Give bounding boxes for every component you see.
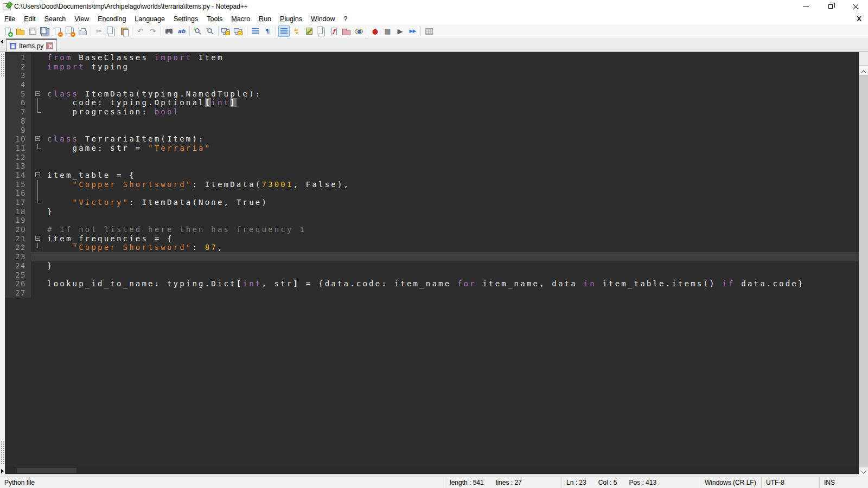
menu-item-settings[interactable]: Settings [169,14,202,24]
status-insert-mode[interactable]: INS [819,477,868,488]
code-text [45,288,859,298]
fold-margin: − [31,234,45,243]
find-icon[interactable] [163,25,175,37]
code-text: class TerrariaItem(Item): [45,134,859,144]
dock-grip-top [1,53,4,77]
monitoring-eye-icon[interactable] [353,25,365,37]
replace-icon[interactable]: ab [176,25,187,37]
fold-margin [31,198,45,207]
code-text: progression: bool [45,107,859,117]
chevron-down-icon [861,469,866,473]
status-doc-type: Python file [0,477,445,488]
code-line: 5−class ItemData(typing.NamedTuple): [5,89,859,99]
lightning-window-icon[interactable]: ↯ [291,25,302,37]
code-text: "Victory": ItemData(None, True) [45,198,859,207]
fold-collapse-icon[interactable]: − [35,136,40,141]
open-file-icon[interactable] [15,25,26,37]
code-text: # If not listed here then has frequency … [45,225,859,234]
menu-item-window[interactable]: Window [307,14,339,24]
code-line: 8 [5,117,859,126]
new-file-icon[interactable]: + [2,25,14,37]
code-line: 27 [5,288,859,298]
menu-item-language[interactable]: Language [130,14,169,24]
macro-stop-icon[interactable]: ■ [382,25,393,37]
code-text: "Copper Shortsword": 87, [45,243,859,252]
restore-button[interactable] [818,0,843,13]
dock-splitter[interactable] [0,52,5,477]
line-number: 20 [5,225,31,234]
redo-icon[interactable]: ↷ [147,25,158,37]
sync-vertical-scroll-icon[interactable] [221,25,232,37]
line-number: 26 [5,279,31,288]
document-list-icon[interactable] [316,25,327,37]
horizontal-scrollbar[interactable] [5,467,859,474]
status-length: length : 541 [450,479,484,486]
toolbar-separator [132,27,132,36]
code-line: 26lookup_id_to_name: typing.Dict[int, st… [5,279,859,288]
status-eol-format[interactable]: Windows (CR LF) [700,477,761,488]
fold-collapse-icon[interactable]: − [35,172,40,177]
code-line: 9 [5,126,859,135]
folder-as-workspace-icon[interactable] [341,25,352,37]
show-indent-guide-icon[interactable] [278,25,290,37]
scroll-down-button[interactable] [859,467,868,477]
menu-item-macro[interactable]: Macro [227,14,254,24]
fold-collapse-icon[interactable]: − [35,236,40,241]
toolbar-separator [189,27,190,36]
function-list-icon[interactable]: ƒ [328,25,340,37]
dock-arrow-right-icon[interactable] [1,469,4,473]
menu-item-search[interactable]: Search [40,14,71,24]
menu-item-edit[interactable]: Edit [20,14,40,24]
menu-item-plugins[interactable]: Plugins [276,14,307,24]
cut-icon[interactable]: ✂ [93,25,105,37]
chevron-up-icon [861,70,866,74]
code-line: 4 [5,80,859,89]
menubar-close-icon[interactable]: X [857,15,861,23]
menu-item-file[interactable]: File [0,14,20,24]
vertical-scrollbar-thumb[interactable] [859,75,868,467]
copy-icon[interactable] [106,25,117,37]
fold-margin [31,279,45,288]
macro-run-multiple-icon[interactable]: ▶▶ [407,25,418,37]
tab-close-icon[interactable] [46,42,53,49]
undo-icon[interactable]: ↶ [135,25,146,37]
paste-icon[interactable] [118,25,130,37]
save-all-icon[interactable] [40,25,51,37]
menu-item-encoding[interactable]: Encoding [93,14,130,24]
scroll-up-button[interactable] [859,66,868,75]
tab-items-py[interactable]: Items.py [6,38,57,52]
zoom-out-icon[interactable]: - [205,25,216,37]
menu-item-help[interactable]: ? [340,14,352,24]
code-text [45,126,859,135]
macro-play-icon[interactable]: ▶ [394,25,406,37]
show-all-characters-icon[interactable]: ¶ [262,25,273,37]
minimize-button[interactable] [793,0,818,13]
sync-horizontal-scroll-icon[interactable] [233,25,245,37]
close-all-icon[interactable]: - [65,25,76,37]
document-map-icon[interactable] [303,25,315,37]
macro-save-icon[interactable] [423,25,435,37]
menu-item-tools[interactable]: Tools [202,14,227,24]
line-number: 10 [5,134,31,144]
dock-arrow-left-icon[interactable] [1,40,3,44]
save-icon[interactable] [27,25,39,37]
code-text [45,162,859,171]
zoom-in-icon[interactable]: + [192,25,203,37]
macro-record-icon[interactable]: ● [369,25,381,37]
fold-collapse-icon[interactable]: − [35,91,40,96]
print-icon[interactable] [77,25,88,37]
fold-margin: − [31,134,45,144]
status-lines: lines : 27 [496,479,522,486]
code-text [45,271,859,280]
code-line: 19 [5,216,859,225]
menu-item-run[interactable]: Run [254,14,276,24]
horizontal-scrollbar-thumb[interactable] [17,468,76,473]
close-file-icon[interactable]: - [52,25,63,37]
status-encoding[interactable]: UTF-8 [761,477,819,488]
code-text: "Copper Shortsword": ItemData(73001, Fal… [45,180,859,189]
menu-item-view[interactable]: View [70,14,93,24]
word-wrap-icon[interactable] [250,25,261,37]
close-button[interactable] [843,0,868,13]
vertical-scrollbar[interactable] [859,52,868,477]
code-editor[interactable]: 1from BaseClasses import Item2import typ… [5,52,859,467]
